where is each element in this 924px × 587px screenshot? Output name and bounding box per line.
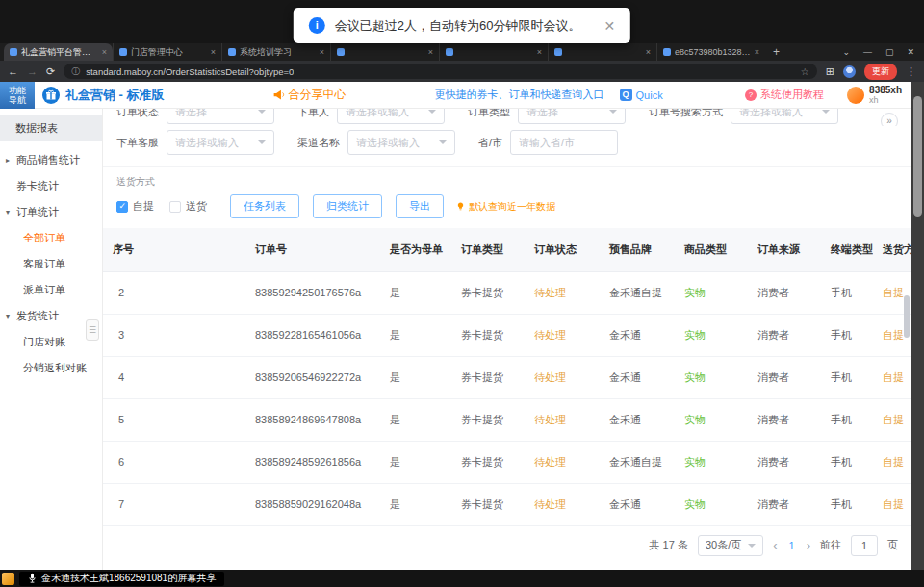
- meeting-toast: 会议已超过2人，自动转为60分钟限时会议。: [294, 8, 630, 43]
- filter-select[interactable]: 请选择: [167, 109, 274, 124]
- filter-select[interactable]: 请选择或输入: [337, 109, 445, 124]
- filter-select[interactable]: 请选择或输入: [731, 109, 838, 124]
- func-nav-toggle[interactable]: 功能导航: [0, 82, 35, 109]
- cell-order-source: 消费者: [748, 441, 821, 483]
- promo-link[interactable]: 更快捷的券卡、订单和快递查询入口: [435, 88, 604, 102]
- tutorial-link[interactable]: 系统使用教程: [745, 88, 824, 102]
- browser-tab[interactable]: 系统培训学习: [221, 43, 330, 61]
- toolbar-button[interactable]: 任务列表: [230, 194, 299, 218]
- column-header: 订单来源: [748, 228, 821, 271]
- tab-close-icon[interactable]: [428, 47, 433, 57]
- toast-message: 会议已超过2人，自动转为60分钟限时会议。: [335, 17, 581, 35]
- tab-close-icon[interactable]: [211, 47, 216, 57]
- tab-close-icon[interactable]: [320, 47, 324, 57]
- sidebar-collapse-handle[interactable]: [86, 319, 99, 341]
- table-scrollbar[interactable]: [904, 295, 910, 338]
- tab-favicon: [446, 48, 453, 56]
- new-tab-button[interactable]: [773, 45, 780, 59]
- sidebar-item[interactable]: 券卡统计: [0, 173, 102, 199]
- question-icon: [745, 89, 757, 101]
- sidebar-item[interactable]: 分销返利对账: [0, 355, 102, 381]
- reload-icon[interactable]: [46, 65, 55, 78]
- table-row[interactable]: 3 83859228165461056a 是 券卡提货 待处理 金禾通 实物 消…: [103, 314, 911, 356]
- filter-label: 下单人: [297, 109, 329, 119]
- filter-select[interactable]: 请选择或输入: [347, 130, 455, 155]
- scrollbar-thumb[interactable]: [913, 96, 922, 217]
- cell-order-status: 待处理: [525, 483, 600, 525]
- page-size-select[interactable]: 30条/页: [698, 535, 763, 556]
- goto-page-input[interactable]: 1: [851, 535, 878, 556]
- tab-favicon: [10, 48, 17, 56]
- site-info-icon[interactable]: [71, 65, 80, 78]
- delivery-checkbox[interactable]: 送货: [169, 199, 207, 214]
- page-scrollbar[interactable]: [911, 82, 924, 570]
- filter-label: 省/市: [478, 136, 502, 150]
- sidebar-item[interactable]: 全部订单: [0, 225, 102, 251]
- expand-filters-button[interactable]: »: [881, 113, 898, 126]
- minimize-icon[interactable]: [863, 47, 872, 57]
- clipped-filter-row: 订单状态 请选择 下单人 请选择或输入: [103, 109, 911, 126]
- tab-title: 礼盒营销平台管理中心: [21, 46, 98, 59]
- table-row[interactable]: 2 83859294250176576a 是 券卡提货 待处理 金禾通自提 实物…: [103, 271, 911, 314]
- sidebar-item[interactable]: 商品销售统计: [0, 147, 102, 173]
- tab-close-icon[interactable]: [537, 47, 542, 57]
- pagination: 共 17 条 30条/页 1 前往 1 页: [103, 526, 911, 556]
- tab-search-icon[interactable]: [842, 47, 850, 57]
- browser-tab[interactable]: 门店管理中心: [113, 43, 221, 61]
- quick-link[interactable]: Q Quick: [620, 89, 663, 101]
- sidebar-item[interactable]: 订单统计: [0, 199, 102, 225]
- toolbar-button[interactable]: 导出: [396, 194, 444, 218]
- cell-order-type: 券卡提货: [451, 441, 525, 483]
- cell-brand: 金禾通: [600, 483, 675, 525]
- table-row[interactable]: 6 83858924859261856a 是 券卡提货 待处理 金禾通自提 实物…: [103, 441, 911, 483]
- column-header: 订单状态: [525, 228, 600, 271]
- sidebar-item[interactable]: 客服订单: [0, 251, 102, 277]
- update-button[interactable]: 更新: [864, 64, 897, 80]
- cell-order-number: 83858924859261856a: [245, 441, 380, 483]
- tab-close-icon[interactable]: [102, 47, 107, 57]
- toast-close-icon[interactable]: [603, 18, 615, 34]
- filter-select[interactable]: 请选择或输入: [167, 130, 274, 155]
- cell-terminal-type: 手机: [821, 441, 873, 483]
- current-page[interactable]: 1: [787, 540, 797, 551]
- share-center-link[interactable]: 合分享中心: [272, 87, 346, 103]
- browser-tab[interactable]: [330, 43, 439, 61]
- menu-kebab-icon[interactable]: [906, 65, 916, 78]
- maximize-icon[interactable]: [886, 47, 894, 57]
- next-page-icon[interactable]: [807, 539, 810, 551]
- column-header: 商品类型: [675, 228, 748, 271]
- chevron-down-icon: [258, 140, 266, 148]
- column-header: 订单号: [245, 228, 380, 271]
- filter-label: 订单状态: [116, 109, 159, 119]
- prev-page-icon[interactable]: [773, 539, 777, 551]
- browser-tab[interactable]: [439, 43, 548, 61]
- cell-order-source: 消费者: [748, 271, 821, 314]
- back-icon[interactable]: [8, 65, 18, 77]
- address-bar[interactable]: standard.maboy.cn/OrderStatisticsDetail?…: [64, 64, 817, 79]
- cell-order-source: 消费者: [748, 398, 821, 441]
- tab-favicon: [228, 48, 236, 56]
- toolbar-button[interactable]: 归类统计: [313, 194, 382, 218]
- tab-close-icon[interactable]: [646, 47, 651, 57]
- table-row[interactable]: 7 83858859029162048a 是 券卡提货 待处理 金禾通 实物 消…: [103, 483, 911, 525]
- browser-tab[interactable]: [548, 43, 656, 61]
- tab-close-icon[interactable]: [755, 47, 759, 57]
- app-header: 功能导航 礼盒营销 - 标准版 合分享中心 更快捷的券卡、订单和快递查询入口 Q…: [0, 82, 911, 109]
- delivery-checkbox[interactable]: 自提: [116, 199, 154, 214]
- browser-tab[interactable]: e8c573980b1328a258fd2e6...: [656, 43, 765, 61]
- user-menu[interactable]: 8385xh xh: [847, 86, 902, 105]
- close-window-icon[interactable]: [907, 47, 914, 57]
- table-row[interactable]: 5 83858924869647808a 是 券卡提货 待处理 金禾通 实物 消…: [103, 398, 911, 441]
- filter-field: 订单类型 请选择: [468, 109, 626, 124]
- extensions-icon[interactable]: [826, 65, 834, 78]
- sidebar-item[interactable]: 派单订单: [0, 277, 102, 303]
- table-row[interactable]: 4 83859206546922272a 是 券卡提货 待处理 金禾通 实物 消…: [103, 356, 911, 398]
- filter-select[interactable]: 请输入省/市: [510, 130, 618, 155]
- tab-list: 礼盒营销平台管理中心 门店管理中心 系统培训学习: [4, 43, 765, 61]
- browser-tab[interactable]: 礼盒营销平台管理中心: [4, 43, 113, 61]
- browser-profile-avatar[interactable]: [843, 65, 856, 78]
- bookmark-star-icon[interactable]: [801, 66, 809, 77]
- cell-is-parent: 是: [380, 398, 451, 441]
- filter-select[interactable]: 请选择: [518, 109, 626, 124]
- forward-icon[interactable]: [27, 65, 38, 77]
